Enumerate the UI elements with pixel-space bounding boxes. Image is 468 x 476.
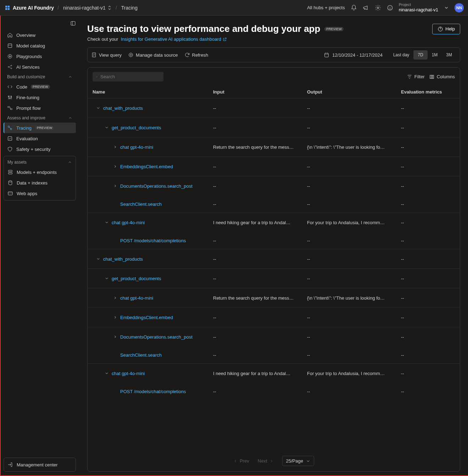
date-range[interactable]: 12/10/2024 - 12/17/2024 <box>324 52 383 58</box>
span-link[interactable]: POST /models/chat/completions <box>120 238 186 243</box>
table-row[interactable]: EmbeddingsClient.embed -- -- -- <box>88 307 460 327</box>
chevron-down-icon[interactable] <box>105 125 109 130</box>
sidebar-item-fine-tuning[interactable]: Fine-tuning <box>4 92 76 103</box>
breadcrumb-project[interactable]: ninarasi-ragchat-v1 <box>63 5 111 11</box>
search-input[interactable] <box>100 74 160 79</box>
sidebar-item-tracing[interactable]: Tracing PREVIEW <box>4 123 76 133</box>
sidebar-item-evaluation[interactable]: Evaluation <box>4 133 76 144</box>
prev-button[interactable]: Prev <box>233 458 249 464</box>
chevron-right-icon[interactable] <box>113 145 117 149</box>
search-box[interactable] <box>93 72 163 81</box>
brand-logo[interactable]: Azure AI Foundry <box>4 5 54 11</box>
next-button[interactable]: Next <box>258 458 274 464</box>
manage-data-source-button[interactable]: Manage data source <box>128 52 178 58</box>
table-row[interactable]: chat_with_products -- -- -- <box>88 98 460 118</box>
chevron-down-icon[interactable] <box>96 106 100 110</box>
chevron-down-icon[interactable] <box>444 5 449 10</box>
breadcrumb-page[interactable]: Tracing <box>121 5 138 11</box>
page-size-select[interactable]: 25/Page <box>282 456 314 466</box>
chevron-right-icon[interactable] <box>113 315 117 319</box>
span-link[interactable]: POST /models/chat/completions <box>120 389 186 394</box>
table-row[interactable]: POST /models/chat/completions -- -- -- <box>88 232 460 249</box>
span-link[interactable]: SearchClient.search <box>120 202 162 207</box>
refresh-button[interactable]: Refresh <box>184 52 208 58</box>
collapse-sidebar-icon[interactable] <box>70 21 76 26</box>
range-last-day[interactable]: Last day <box>389 50 413 60</box>
table-row[interactable]: POST /models/chat/completions -- -- -- <box>88 383 460 400</box>
chevron-right-icon[interactable] <box>113 164 117 169</box>
table-row[interactable]: get_product_documents -- -- -- <box>88 268 460 288</box>
span-link[interactable]: SearchClient.search <box>120 352 162 358</box>
span-link[interactable]: chat gpt-4o-mini <box>120 144 153 150</box>
span-link[interactable]: DocumentsOperations.search_post <box>120 334 193 340</box>
sidebar-item-model-catalog[interactable]: Model catalog <box>4 40 76 51</box>
bell-icon[interactable] <box>351 5 357 11</box>
sidebar-item-web-apps[interactable]: Web apps <box>4 188 76 199</box>
range-1m[interactable]: 1M <box>428 50 442 60</box>
svg-rect-6 <box>8 44 12 48</box>
span-link[interactable]: chat gpt-4o-mini <box>120 295 153 301</box>
span-link[interactable]: get_product_documents <box>112 276 161 281</box>
table-row[interactable]: chat gpt-4o-mini I need hiking gear for … <box>88 212 460 232</box>
table-row[interactable]: chat gpt-4o-mini Return the search query… <box>88 288 460 307</box>
columns-button[interactable]: Columns <box>429 74 455 80</box>
smile-icon[interactable] <box>387 5 393 11</box>
sidebar-item-prompt-flow[interactable]: Prompt flow <box>4 103 76 113</box>
sidebar-item-playgrounds[interactable]: Playgrounds <box>4 51 76 62</box>
table-row[interactable]: DocumentsOperations.search_post -- -- -- <box>88 327 460 346</box>
span-link[interactable]: chat gpt-4o-mini <box>112 220 145 225</box>
view-query-button[interactable]: View query <box>91 52 122 58</box>
span-link[interactable]: EmbeddingsClient.embed <box>120 315 173 320</box>
sidebar-item-ai-services[interactable]: AI Services <box>4 62 76 72</box>
sidebar-item-data-indexes[interactable]: Data + indexes <box>4 177 76 188</box>
table-row[interactable]: SearchClient.search -- -- -- <box>88 196 460 212</box>
table-row[interactable]: SearchClient.search -- -- -- <box>88 346 460 363</box>
sidebar-item-models-endpoints[interactable]: Models + endpoints <box>4 167 76 177</box>
table-row[interactable]: chat gpt-4o-mini Return the search query… <box>88 137 460 157</box>
chevron-down-icon[interactable] <box>105 220 109 225</box>
sidebar-section-assess[interactable]: Assess and improve <box>4 113 76 123</box>
all-hubs-link[interactable]: All hubs + projects <box>307 5 345 10</box>
span-link[interactable]: chat gpt-4o-mini <box>112 371 145 376</box>
sidebar-section-build[interactable]: Build and customize <box>4 72 76 81</box>
table-row[interactable]: DocumentsOperations.search_post -- -- -- <box>88 176 460 196</box>
span-link[interactable]: chat_with_products <box>103 256 143 262</box>
sidebar-item-safety-security[interactable]: Safety + security <box>4 144 76 154</box>
table-row[interactable]: get_product_documents -- -- -- <box>88 118 460 137</box>
avatar[interactable]: NN <box>455 3 464 12</box>
insights-link[interactable]: Insights for Generative AI applications … <box>121 36 227 42</box>
range-7d[interactable]: 7D <box>413 50 427 60</box>
project-selector[interactable]: Project ninarasi-ragchat-v1 <box>399 2 438 13</box>
span-link[interactable]: DocumentsOperations.search_post <box>120 183 193 189</box>
gear-icon[interactable] <box>375 5 381 11</box>
chevron-down-icon[interactable] <box>105 276 109 280</box>
col-eval[interactable]: Evaluation metrics <box>401 89 455 95</box>
chevron-down-icon[interactable] <box>96 257 100 261</box>
sidebar-assets-box: My assets Models + endpoints Data + inde… <box>4 156 76 200</box>
chevron-right-icon[interactable] <box>113 184 117 188</box>
span-link[interactable]: EmbeddingsClient.embed <box>120 164 173 169</box>
col-input[interactable]: Input <box>213 89 307 95</box>
filter-button[interactable]: Filter <box>407 74 425 80</box>
range-3m[interactable]: 3M <box>442 50 456 60</box>
input-cell: Return the search query for the mess… <box>213 144 307 150</box>
span-link[interactable]: get_product_documents <box>112 125 161 130</box>
chevron-right-icon[interactable] <box>113 335 117 339</box>
sidebar-item-label: Management center <box>17 462 58 468</box>
sidebar-item-code[interactable]: Code PREVIEW <box>4 81 76 92</box>
columns-icon <box>429 74 435 80</box>
chevron-down-icon[interactable] <box>105 371 109 375</box>
chevron-right-icon[interactable] <box>113 296 117 300</box>
megaphone-icon[interactable] <box>363 5 369 11</box>
span-link[interactable]: chat_with_products <box>103 106 143 111</box>
help-button[interactable]: Help <box>432 24 460 34</box>
sidebar-item-label: Tracing <box>16 125 32 131</box>
table-row[interactable]: EmbeddingsClient.embed -- -- -- <box>88 157 460 176</box>
col-name[interactable]: Name <box>93 89 213 95</box>
col-output[interactable]: Output <box>307 89 401 95</box>
sidebar-section-assets[interactable]: My assets <box>4 158 76 167</box>
table-row[interactable]: chat gpt-4o-mini I need hiking gear for … <box>88 363 460 383</box>
sidebar-item-overview[interactable]: Overview <box>4 30 76 40</box>
sidebar-item-management-center[interactable]: Management center <box>4 459 76 470</box>
table-row[interactable]: chat_with_products -- -- -- <box>88 249 460 268</box>
